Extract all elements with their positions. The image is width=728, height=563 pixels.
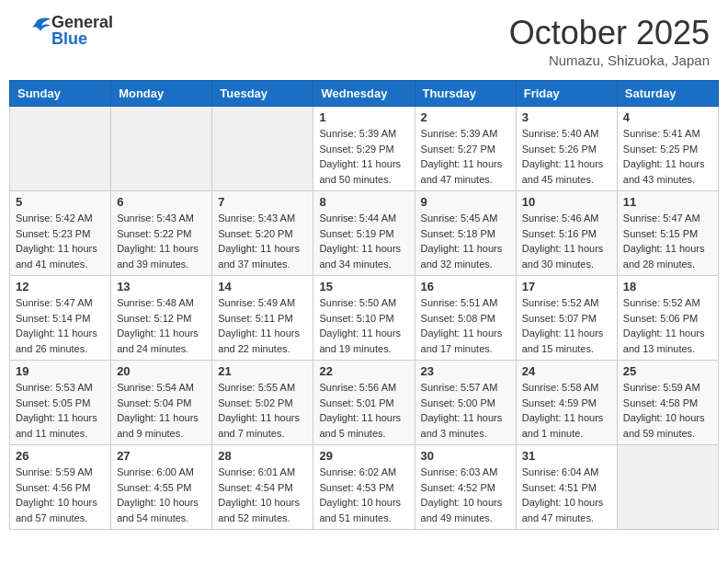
weekday-header-monday: Monday — [111, 81, 212, 107]
calendar-week-row: 26Sunrise: 5:59 AM Sunset: 4:56 PM Dayli… — [10, 445, 719, 530]
calendar-cell: 11Sunrise: 5:47 AM Sunset: 5:15 PM Dayli… — [617, 191, 718, 276]
logo-blue-text: Blue — [51, 30, 113, 47]
calendar-cell: 19Sunrise: 5:53 AM Sunset: 5:05 PM Dayli… — [10, 361, 111, 445]
day-number: 11 — [623, 195, 712, 209]
day-number: 8 — [319, 195, 408, 209]
logo-general-text: General — [51, 14, 113, 30]
day-number: 24 — [522, 364, 611, 378]
day-info: Sunrise: 5:52 AM Sunset: 5:06 PM Dayligh… — [623, 295, 712, 356]
calendar-cell: 20Sunrise: 5:54 AM Sunset: 5:04 PM Dayli… — [111, 361, 212, 445]
calendar-cell: 27Sunrise: 6:00 AM Sunset: 4:55 PM Dayli… — [111, 445, 212, 530]
calendar-cell: 3Sunrise: 5:40 AM Sunset: 5:26 PM Daylig… — [516, 107, 617, 191]
day-info: Sunrise: 5:45 AM Sunset: 5:18 PM Dayligh… — [421, 211, 510, 271]
calendar-cell — [617, 445, 718, 530]
day-number: 15 — [319, 280, 408, 293]
calendar-cell: 16Sunrise: 5:51 AM Sunset: 5:08 PM Dayli… — [415, 276, 516, 361]
day-info: Sunrise: 5:42 AM Sunset: 5:23 PM Dayligh… — [16, 211, 105, 271]
day-number: 13 — [117, 280, 206, 293]
calendar-cell: 31Sunrise: 6:04 AM Sunset: 4:51 PM Dayli… — [516, 445, 617, 530]
day-info: Sunrise: 5:39 AM Sunset: 5:27 PM Dayligh… — [421, 126, 510, 187]
day-info: Sunrise: 5:43 AM Sunset: 5:22 PM Dayligh… — [117, 211, 206, 271]
day-number: 14 — [218, 280, 307, 293]
calendar-week-row: 1Sunrise: 5:39 AM Sunset: 5:29 PM Daylig… — [10, 107, 719, 191]
day-info: Sunrise: 5:56 AM Sunset: 5:01 PM Dayligh… — [319, 380, 408, 441]
calendar-cell — [212, 107, 313, 191]
weekday-header-saturday: Saturday — [617, 81, 718, 107]
calendar-cell: 12Sunrise: 5:47 AM Sunset: 5:14 PM Dayli… — [10, 276, 111, 361]
month-title: October 2025 — [509, 14, 710, 52]
calendar-cell: 26Sunrise: 5:59 AM Sunset: 4:56 PM Dayli… — [10, 445, 111, 530]
weekday-header-tuesday: Tuesday — [212, 81, 313, 107]
calendar-cell — [111, 107, 212, 191]
calendar-cell — [10, 107, 111, 191]
day-info: Sunrise: 5:47 AM Sunset: 5:14 PM Dayligh… — [16, 295, 105, 356]
calendar-cell: 18Sunrise: 5:52 AM Sunset: 5:06 PM Dayli… — [617, 276, 718, 361]
calendar-cell: 29Sunrise: 6:02 AM Sunset: 4:53 PM Dayli… — [313, 445, 415, 530]
calendar-cell: 5Sunrise: 5:42 AM Sunset: 5:23 PM Daylig… — [10, 191, 111, 276]
day-number: 28 — [218, 449, 307, 463]
day-info: Sunrise: 5:55 AM Sunset: 5:02 PM Dayligh… — [218, 380, 307, 441]
day-number: 22 — [319, 364, 408, 378]
calendar-table: SundayMondayTuesdayWednesdayThursdayFrid… — [9, 80, 719, 530]
weekday-header-thursday: Thursday — [415, 81, 516, 107]
calendar-cell: 17Sunrise: 5:52 AM Sunset: 5:07 PM Dayli… — [516, 276, 617, 361]
calendar-cell: 10Sunrise: 5:46 AM Sunset: 5:16 PM Dayli… — [516, 191, 617, 276]
calendar-week-row: 5Sunrise: 5:42 AM Sunset: 5:23 PM Daylig… — [10, 191, 719, 276]
logo-bird-icon — [18, 17, 51, 44]
calendar-cell: 8Sunrise: 5:44 AM Sunset: 5:19 PM Daylig… — [313, 191, 415, 276]
day-info: Sunrise: 5:39 AM Sunset: 5:29 PM Dayligh… — [319, 126, 408, 187]
day-number: 29 — [319, 449, 408, 463]
day-number: 23 — [421, 364, 510, 378]
logo: General Blue — [18, 14, 113, 47]
day-number: 3 — [522, 110, 611, 124]
day-info: Sunrise: 5:54 AM Sunset: 5:04 PM Dayligh… — [117, 380, 206, 441]
day-number: 30 — [421, 449, 510, 463]
weekday-header-friday: Friday — [516, 81, 617, 107]
calendar-cell: 6Sunrise: 5:43 AM Sunset: 5:22 PM Daylig… — [111, 191, 212, 276]
day-number: 4 — [623, 110, 712, 124]
calendar-cell: 21Sunrise: 5:55 AM Sunset: 5:02 PM Dayli… — [212, 361, 313, 445]
calendar-cell: 9Sunrise: 5:45 AM Sunset: 5:18 PM Daylig… — [415, 191, 516, 276]
day-info: Sunrise: 5:47 AM Sunset: 5:15 PM Dayligh… — [623, 211, 712, 271]
calendar-cell: 24Sunrise: 5:58 AM Sunset: 4:59 PM Dayli… — [516, 361, 617, 445]
calendar-cell: 25Sunrise: 5:59 AM Sunset: 4:58 PM Dayli… — [617, 361, 718, 445]
day-number: 10 — [522, 195, 611, 209]
day-number: 25 — [623, 364, 712, 378]
page-header: General Blue October 2025 Numazu, Shizuo… — [9, 9, 719, 73]
location: Numazu, Shizuoka, Japan — [509, 52, 710, 68]
calendar-cell: 4Sunrise: 5:41 AM Sunset: 5:25 PM Daylig… — [617, 107, 718, 191]
day-number: 6 — [117, 195, 206, 209]
day-number: 12 — [16, 280, 105, 293]
day-info: Sunrise: 5:53 AM Sunset: 5:05 PM Dayligh… — [16, 380, 105, 441]
day-info: Sunrise: 6:00 AM Sunset: 4:55 PM Dayligh… — [117, 465, 206, 525]
day-info: Sunrise: 5:49 AM Sunset: 5:11 PM Dayligh… — [218, 295, 307, 356]
day-info: Sunrise: 5:58 AM Sunset: 4:59 PM Dayligh… — [522, 380, 611, 441]
day-number: 19 — [16, 364, 105, 378]
calendar-week-row: 19Sunrise: 5:53 AM Sunset: 5:05 PM Dayli… — [10, 361, 719, 445]
day-info: Sunrise: 6:01 AM Sunset: 4:54 PM Dayligh… — [218, 465, 307, 525]
day-info: Sunrise: 5:43 AM Sunset: 5:20 PM Dayligh… — [218, 211, 307, 271]
day-info: Sunrise: 5:48 AM Sunset: 5:12 PM Dayligh… — [117, 295, 206, 356]
day-number: 26 — [16, 449, 105, 463]
day-info: Sunrise: 5:50 AM Sunset: 5:10 PM Dayligh… — [319, 295, 408, 356]
day-info: Sunrise: 5:46 AM Sunset: 5:16 PM Dayligh… — [522, 211, 611, 271]
calendar-cell: 22Sunrise: 5:56 AM Sunset: 5:01 PM Dayli… — [313, 361, 415, 445]
calendar-cell: 2Sunrise: 5:39 AM Sunset: 5:27 PM Daylig… — [415, 107, 516, 191]
day-info: Sunrise: 5:59 AM Sunset: 4:58 PM Dayligh… — [623, 380, 712, 441]
day-number: 20 — [117, 364, 206, 378]
weekday-header-wednesday: Wednesday — [313, 81, 415, 107]
day-number: 31 — [522, 449, 611, 463]
day-info: Sunrise: 6:02 AM Sunset: 4:53 PM Dayligh… — [319, 465, 408, 525]
day-info: Sunrise: 5:52 AM Sunset: 5:07 PM Dayligh… — [522, 295, 611, 356]
calendar-week-row: 12Sunrise: 5:47 AM Sunset: 5:14 PM Dayli… — [10, 276, 719, 361]
calendar-cell: 30Sunrise: 6:03 AM Sunset: 4:52 PM Dayli… — [415, 445, 516, 530]
day-info: Sunrise: 5:59 AM Sunset: 4:56 PM Dayligh… — [16, 465, 105, 525]
calendar-cell: 14Sunrise: 5:49 AM Sunset: 5:11 PM Dayli… — [212, 276, 313, 361]
day-number: 1 — [319, 110, 408, 124]
day-number: 27 — [117, 449, 206, 463]
weekday-header-sunday: Sunday — [10, 81, 111, 107]
day-number: 5 — [16, 195, 105, 209]
calendar-header-row: SundayMondayTuesdayWednesdayThursdayFrid… — [10, 81, 719, 107]
day-number: 17 — [522, 280, 611, 293]
calendar-cell: 23Sunrise: 5:57 AM Sunset: 5:00 PM Dayli… — [415, 361, 516, 445]
